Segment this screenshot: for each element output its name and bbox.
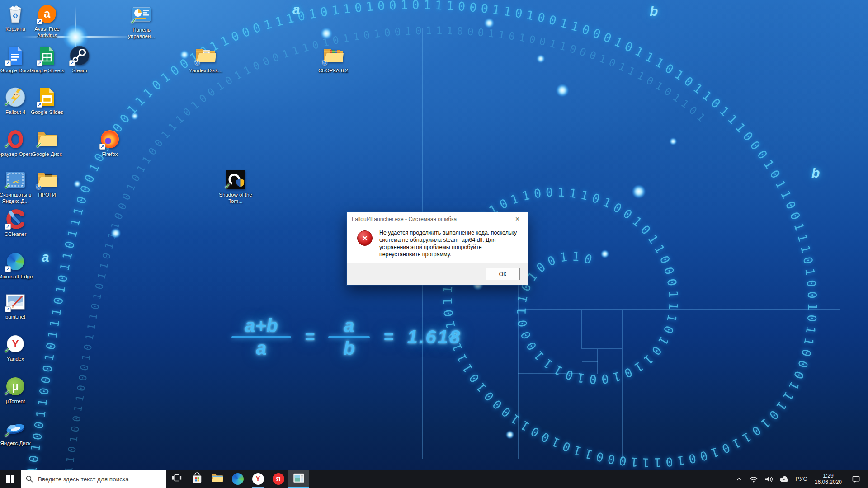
taskbar-edge-button[interactable] (227, 470, 248, 488)
wifi-icon[interactable] (746, 470, 761, 488)
icon-label: Steam (72, 67, 87, 74)
progi-icon: a↻ (37, 169, 57, 190)
taskbar-yandex-search-button[interactable]: Я (268, 470, 288, 488)
badge-shortcut-icon: ↗ (37, 19, 42, 24)
badge-check-icon: ✓ (4, 141, 10, 150)
badge-shortcut-icon: ↗ (37, 102, 42, 108)
gdocs-icon: ↗ (5, 45, 26, 66)
glow-particle (556, 84, 569, 97)
utorrent-icon: µ✓ (5, 376, 26, 397)
dialog-title: Fallout4Launcher.exe - Системная ошибка (347, 216, 507, 222)
shots-icon: ✂✓ (5, 169, 26, 190)
taskbar-active-window-button[interactable] (288, 470, 309, 488)
volume-icon[interactable] (761, 470, 776, 488)
desktop-icon-edge[interactable]: ↗Microsoft Edge (0, 251, 34, 280)
wallpaper-letter: b (811, 165, 820, 181)
wallpaper-letter: b (650, 4, 658, 19)
yandex-browser-icon: Y (252, 473, 264, 485)
language-indicator[interactable]: РУС (792, 470, 811, 488)
svg-text:♻: ♻ (12, 12, 18, 19)
desktop-icon-tomb[interactable]: ✓Shadow of the Tom... (217, 169, 255, 204)
wallpaper-letter: a (42, 249, 49, 265)
icon-label: Корзина (5, 26, 25, 32)
numerator: a (344, 315, 354, 336)
ok-button[interactable]: ОК (486, 268, 520, 280)
icon-label: Google Docs (0, 67, 30, 74)
steam-icon: ↗ (69, 45, 90, 66)
glow-particle (321, 28, 332, 39)
dialog-message: Не удается продолжить выполнение кода, п… (379, 229, 519, 258)
icon-label: CCleaner (5, 231, 27, 237)
badge-sync-icon: ↻ (36, 183, 42, 192)
desktop-icon-steam[interactable]: ↗Steam (61, 45, 99, 74)
firefox-icon: ↗ (99, 129, 120, 150)
store-icon (192, 472, 203, 486)
icon-label: Avast Free Antivirus (28, 26, 66, 38)
icon-label: Google Sheets (30, 67, 64, 74)
desktop-icon-gslides[interactable]: ↗Google Slides (28, 87, 66, 115)
desktop-icon-progi[interactable]: a↻ПРОГИ (28, 169, 66, 198)
glow-particle (670, 138, 677, 145)
glow-particle (131, 113, 138, 120)
icon-label: СБОРКА 6.2 (318, 67, 348, 74)
badge-check-icon: ✓ (36, 141, 42, 150)
desktop-icon-gdrive[interactable]: ✓Google Диск (28, 129, 66, 157)
yandex-disk-cloud-icon[interactable] (776, 470, 792, 488)
recycle-icon: ♻ (5, 4, 26, 24)
gslides-icon: ↗ (37, 87, 57, 108)
start-button[interactable] (0, 470, 21, 488)
glow-particle (111, 228, 121, 238)
taskbar-store-button[interactable] (187, 470, 207, 488)
yandex-search-icon: Я (273, 473, 284, 485)
gsheets-icon: ↗ (37, 45, 57, 66)
taskbar-explorer-button[interactable] (207, 470, 227, 488)
svg-text:✂: ✂ (12, 177, 19, 187)
badge-shortcut-icon: ↗ (5, 224, 11, 230)
badge-sync-icon: ↻ (322, 59, 328, 67)
error-icon: × (357, 230, 373, 246)
fraction-2: a b (328, 315, 370, 359)
badge-check-icon: ✓ (130, 17, 137, 26)
fallout-icon: ✓ (5, 87, 26, 108)
desktop-icon-ufo[interactable]: ✓Яндекс.Диск (0, 418, 34, 446)
gdrive-icon: ✓ (37, 129, 57, 150)
icon-label: paint.net (5, 314, 25, 320)
date: 16.06.2020 (815, 479, 842, 485)
action-center-icon[interactable] (846, 470, 866, 488)
desktop-icon-utorrent[interactable]: µ✓µTorrent (0, 376, 34, 404)
search-input[interactable] (37, 475, 161, 483)
desktop-icon-ybro[interactable]: Y✓Yandex (0, 333, 34, 362)
badge-check-icon: ✓ (4, 99, 10, 108)
icon-label: Microsoft Edge (0, 273, 33, 280)
icon-label: Google Slides (31, 109, 63, 115)
desktop: 0110100110001011101011011100010110011101… (0, 0, 868, 488)
glow-particle (74, 180, 81, 188)
desktop-icon-ccleaner[interactable]: ↗CCleaner (0, 209, 34, 237)
sborka-icon: ↻ (323, 45, 344, 66)
golden-ratio-formula: a+b a = a b = 1.618 (231, 315, 462, 359)
icon-label: Яндекс.Диск (0, 440, 31, 446)
close-icon[interactable]: × (507, 213, 528, 226)
denominator: b (343, 338, 355, 359)
tray-chevron-icon[interactable] (732, 470, 746, 488)
desktop-icon-paintnet[interactable]: ↗paint.net (0, 291, 34, 320)
badge-shortcut-icon: ↗ (5, 306, 11, 312)
icon-label: Shadow of the Tom... (217, 192, 255, 204)
badge-shortcut-icon: ↗ (37, 60, 42, 66)
desktop-icon-cpanel[interactable]: ✓Панель управлен... (123, 5, 160, 39)
dialog-titlebar[interactable]: Fallout4Launcher.exe - Системная ошибка … (347, 212, 528, 226)
desktop-icon-sborka[interactable]: ↻СБОРКА 6.2 (314, 45, 352, 74)
desktop-icon-ydfolder[interactable]: ↻Yandex.Disk... (187, 45, 225, 74)
taskbar-task-view-button[interactable] (166, 470, 187, 488)
clock[interactable]: 1:29 16.06.2020 (811, 470, 846, 488)
desktop-icon-firefox[interactable]: ↗Firefox (91, 129, 129, 157)
desktop-icon-avast[interactable]: a↗Avast Free Antivirus (28, 4, 66, 38)
edge-icon: ↗ (5, 251, 26, 272)
wallpaper-letter: a (292, 2, 300, 17)
taskbar-search[interactable] (21, 470, 166, 488)
ydfolder-icon: ↻ (195, 45, 216, 66)
cpanel-icon: ✓ (131, 5, 152, 25)
equals-sign: = (383, 328, 393, 347)
taskbar-yandex-browser-button[interactable]: Y (248, 470, 268, 488)
search-icon (26, 475, 33, 483)
